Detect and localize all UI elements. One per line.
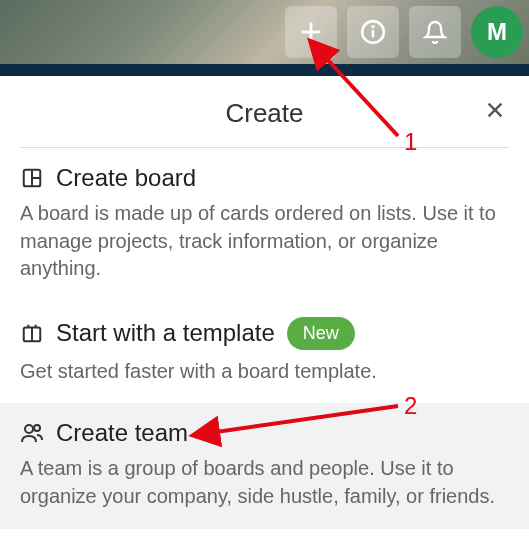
item-title: Create board (56, 164, 196, 192)
info-button[interactable] (347, 6, 399, 58)
template-icon (20, 321, 44, 345)
notifications-button[interactable] (409, 6, 461, 58)
plus-icon (297, 18, 325, 46)
topbar: M (0, 0, 529, 64)
item-row: Start with a template New (20, 317, 509, 350)
close-icon (484, 99, 506, 121)
item-row: Create team (20, 419, 509, 447)
item-desc: A board is made up of cards ordered on l… (20, 200, 509, 283)
avatar-initial: M (487, 18, 507, 46)
item-desc: A team is a group of boards and people. … (20, 455, 509, 510)
menu-item-create-board[interactable]: Create board A board is made up of cards… (0, 148, 529, 301)
item-row: Create board (20, 164, 509, 192)
item-desc: Get started faster with a board template… (20, 358, 509, 386)
menu-title: Create (225, 98, 303, 128)
svg-point-4 (372, 26, 373, 27)
board-icon (20, 166, 44, 190)
plus-button[interactable] (285, 6, 337, 58)
menu-item-start-template[interactable]: Start with a template New Get started fa… (0, 301, 529, 404)
item-title: Create team (56, 419, 188, 447)
new-badge: New (287, 317, 355, 350)
info-icon (360, 19, 386, 45)
menu-header: Create (0, 88, 529, 147)
menu-item-create-team[interactable]: Create team A team is a group of boards … (0, 403, 529, 528)
avatar[interactable]: M (471, 6, 523, 58)
dark-strip (0, 64, 529, 76)
create-menu: Create Create board A board is made up o… (0, 76, 529, 540)
item-title: Start with a template (56, 319, 275, 347)
team-icon (20, 421, 44, 445)
close-button[interactable] (479, 94, 511, 126)
svg-point-14 (25, 425, 33, 433)
svg-point-15 (34, 425, 40, 431)
bell-icon (423, 20, 447, 44)
